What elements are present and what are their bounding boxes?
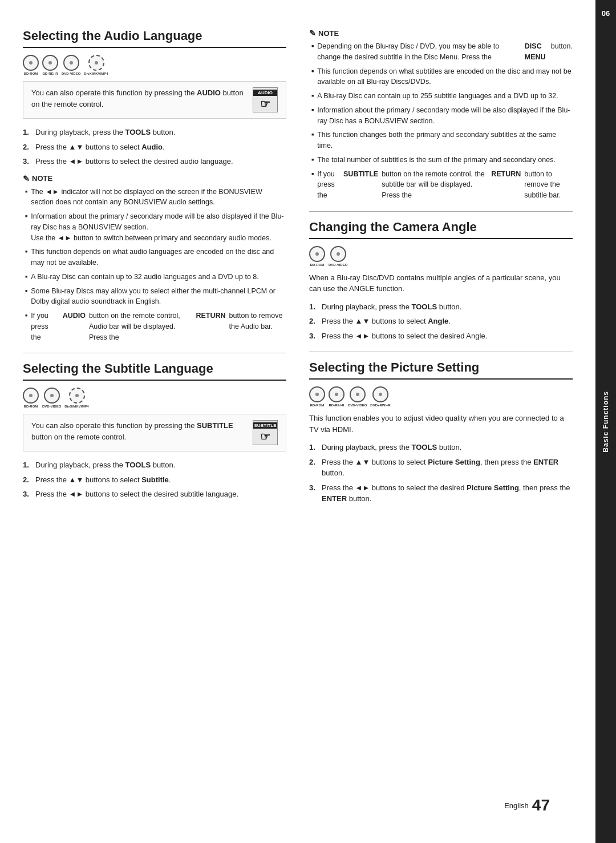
camera-step-1: 1. During playback, press the TOOLS butt…: [309, 301, 573, 313]
audio-info-box-text: You can also operate this function by pr…: [31, 87, 247, 110]
camera-step-3: 3. Press the ◄► buttons to select the de…: [309, 330, 573, 342]
audio-disc-icons: BD-ROM BD-RE/-R DVD-VIDEO DivX/MKV/: [23, 55, 286, 75]
audio-note-2: Information about the primary / secondar…: [25, 211, 286, 243]
right-note-4: Information about the primary / secondar…: [311, 105, 573, 127]
disc-icon-bdrom: BD-ROM: [23, 55, 39, 75]
picture-step-2: 2. Press the ▲▼ buttons to select Pictur…: [309, 457, 573, 479]
camera-disc-icon-dvdvideo: DVD-VIDEO: [329, 246, 347, 267]
subtitle-language-title: Selecting the Subtitle Language: [23, 361, 286, 381]
audio-note-4: A Blu-ray Disc can contain up to 32 audi…: [25, 272, 286, 283]
audio-note-title: ✎ NOTE: [23, 174, 286, 183]
picture-disc-icon-dvdvideo: DVD-VIDEO: [348, 386, 367, 407]
right-note-3: A Blu-ray Disc can contain up to 255 sub…: [311, 91, 573, 102]
side-tab-number: 06: [602, 9, 610, 18]
divider-3: [309, 352, 573, 352]
camera-disc-icon-bdrom: BD-ROM: [309, 246, 325, 267]
subtitle-disc-icons: BD-ROM DVD-VIDEO DivX/MKV/MP4: [23, 388, 286, 408]
left-column: Selecting the Audio Language BD-ROM BD-R…: [23, 29, 286, 790]
audio-step-2: 2. Press the ▲▼ buttons to select Audio.: [23, 142, 286, 153]
subtitle-step-1: 1. During playback, press the TOOLS butt…: [23, 459, 286, 471]
subtitle-step-3: 3. Press the ◄► buttons to select the de…: [23, 489, 286, 500]
disc-circle-bdrer: [42, 55, 58, 71]
camera-step-2: 2. Press the ▲▼ buttons to select Angle.: [309, 316, 573, 327]
picture-setting-section: Selecting the Picture Setting BD-ROM BD-…: [309, 360, 573, 505]
picture-intro: This function enables you to adjust vide…: [309, 413, 573, 435]
audio-button-img: AUDIO ☞: [253, 87, 278, 112]
picture-step-3: 3. Press the ◄► buttons to select the de…: [309, 482, 573, 505]
right-note-1: Depending on the Blu-ray Disc / DVD, you…: [311, 41, 573, 63]
note-icon: ✎: [23, 174, 30, 183]
main-content: Selecting the Audio Language BD-ROM BD-R…: [0, 0, 595, 843]
right-note-list: Depending on the Blu-ray Disc / DVD, you…: [309, 41, 573, 201]
audio-note-3: This function depends on what audio lang…: [25, 247, 286, 268]
divider-2: [309, 211, 573, 212]
right-note-section: ✎ NOTE Depending on the Blu-ray Disc / D…: [309, 29, 573, 201]
picture-disc-icons: BD-ROM BD-RE/-R DVD-VIDEO DVD+RW/+R: [309, 386, 573, 407]
picture-disc-icon-bdrer: BD-RE/-R: [329, 386, 345, 407]
picture-disc-icon-bdrom: BD-ROM: [309, 386, 325, 407]
right-note-2: This function depends on what subtitles …: [311, 66, 573, 88]
subtitle-disc-icon-bdrom: BD-ROM: [23, 388, 39, 408]
two-column-layout: Selecting the Audio Language BD-ROM BD-R…: [23, 29, 573, 790]
right-note-6: The total number of subtitles is the sum…: [311, 155, 573, 166]
right-column: ✎ NOTE Depending on the Blu-ray Disc / D…: [309, 29, 573, 790]
disc-icon-dvdvideo: DVD-VIDEO: [62, 55, 80, 75]
right-note-7: If you press the SUBTITLE button on the …: [311, 169, 573, 201]
subtitle-info-box: You can also operate this function by pr…: [23, 414, 286, 451]
camera-disc-icons: BD-ROM DVD-VIDEO: [309, 246, 573, 267]
audio-note-list: The ◄► indicator will not be displayed o…: [23, 187, 286, 343]
hand-icon: ☞: [260, 97, 270, 111]
disc-circle-bdrom: [23, 55, 39, 71]
disc-circle-divx: [88, 55, 104, 71]
page-number: 47: [532, 796, 550, 814]
subtitle-disc-icon-divx: DivX/MKV/MP4: [64, 388, 88, 408]
subtitle-disc-icon-dvdvideo: DVD-VIDEO: [42, 388, 61, 408]
divider-1: [23, 353, 286, 353]
picture-disc-icon-dvdrw: DVD+RW/+R: [370, 386, 391, 407]
subtitle-hand-icon: ☞: [260, 430, 270, 443]
audio-step-3: 3. Press the ◄► buttons to select the de…: [23, 156, 286, 167]
subtitle-step-2: 2. Press the ▲▼ buttons to select Subtit…: [23, 474, 286, 486]
audio-steps-list: 1. During playback, press the TOOLS butt…: [23, 127, 286, 167]
right-note-title: ✎ NOTE: [309, 29, 573, 38]
audio-language-title: Selecting the Audio Language: [23, 29, 286, 48]
camera-steps-list: 1. During playback, press the TOOLS butt…: [309, 301, 573, 342]
audio-step-1: 1. During playback, press the TOOLS butt…: [23, 127, 286, 138]
right-note-5: This function changes both the primary a…: [311, 130, 573, 151]
camera-intro: When a Blu-ray Disc/DVD contains multipl…: [309, 272, 573, 295]
audio-info-box: You can also operate this function by pr…: [23, 81, 286, 119]
audio-note-6: If you press the AUDIO button on the rem…: [25, 310, 286, 342]
picture-steps-list: 1. During playback, press the TOOLS butt…: [309, 442, 573, 505]
audio-language-section: Selecting the Audio Language BD-ROM BD-R…: [23, 29, 286, 342]
camera-angle-section: Changing the Camera Angle BD-ROM DVD-VID…: [309, 220, 573, 342]
disc-circle-dvdvideo: [63, 55, 79, 71]
page-footer: English 47: [23, 790, 573, 820]
picture-setting-title: Selecting the Picture Setting: [309, 360, 573, 380]
subtitle-language-section: Selecting the Subtitle Language BD-ROM D…: [23, 361, 286, 500]
audio-note-5: Some Blu-ray Discs may allow you to sele…: [25, 286, 286, 308]
audio-note-1: The ◄► indicator will not be displayed o…: [25, 187, 286, 208]
side-tab-label: Basic Functions: [602, 391, 610, 453]
side-tab: 06 Basic Functions: [595, 0, 616, 843]
english-label: English: [504, 801, 529, 810]
subtitle-steps-list: 1. During playback, press the TOOLS butt…: [23, 459, 286, 500]
disc-icon-divx: DivX/MKV/MP4: [84, 55, 108, 75]
camera-angle-title: Changing the Camera Angle: [309, 220, 573, 239]
picture-step-1: 1. During playback, press the TOOLS butt…: [309, 442, 573, 453]
subtitle-button-img: SUBTITLE ☞: [253, 420, 278, 445]
page-container: Selecting the Audio Language BD-ROM BD-R…: [0, 0, 616, 843]
subtitle-info-box-text: You can also operate this function by pr…: [31, 420, 247, 442]
disc-icon-bdrer: BD-RE/-R: [42, 55, 58, 75]
audio-note-section: ✎ NOTE The ◄► indicator will not be disp…: [23, 174, 286, 343]
